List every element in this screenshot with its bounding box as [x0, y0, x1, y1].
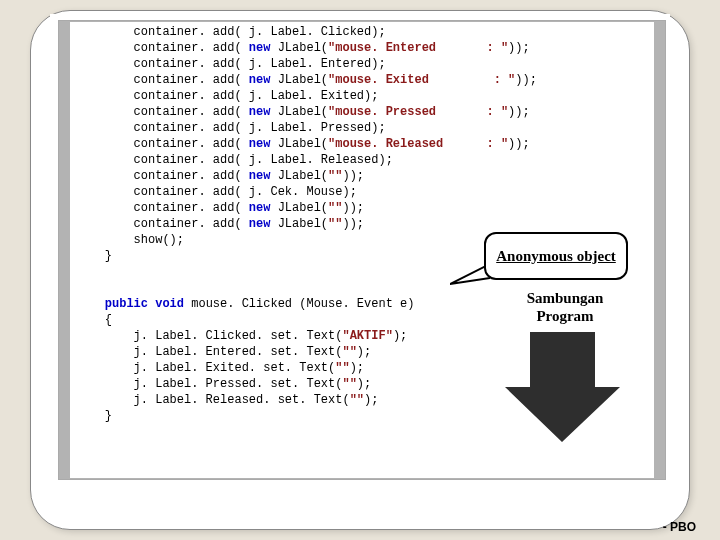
callout-label: Anonymous object	[496, 248, 616, 265]
code-line: container. add( j. Label. Exited);	[76, 88, 648, 104]
svg-marker-1	[505, 332, 620, 442]
code-line: container. add( new JLabel(""));	[76, 200, 648, 216]
code-line: container. add( new JLabel(""));	[76, 168, 648, 184]
down-arrow-icon	[505, 332, 620, 442]
code-line: container. add( new JLabel("mouse. Relea…	[76, 136, 648, 152]
code-line: container. add( new JLabel("mouse. Enter…	[76, 40, 648, 56]
code-line: container. add( j. Label. Clicked);	[76, 24, 648, 40]
code-line: container. add( new JLabel("mouse. Exite…	[76, 72, 648, 88]
anonymous-object-callout: Anonymous object	[484, 232, 628, 280]
code-line: container. add( j. Label. Released);	[76, 152, 648, 168]
code-line: container. add( j. Label. Entered);	[76, 56, 648, 72]
continuation-label: Sambungan Program	[500, 289, 630, 325]
code-line: container. add( j. Label. Pressed);	[76, 120, 648, 136]
code-line: container. add( new JLabel("mouse. Press…	[76, 104, 648, 120]
footer-text: - PBO	[663, 520, 696, 534]
code-line: container. add( new JLabel(""));	[76, 216, 648, 232]
code-line: container. add( j. Cek. Mouse);	[76, 184, 648, 200]
